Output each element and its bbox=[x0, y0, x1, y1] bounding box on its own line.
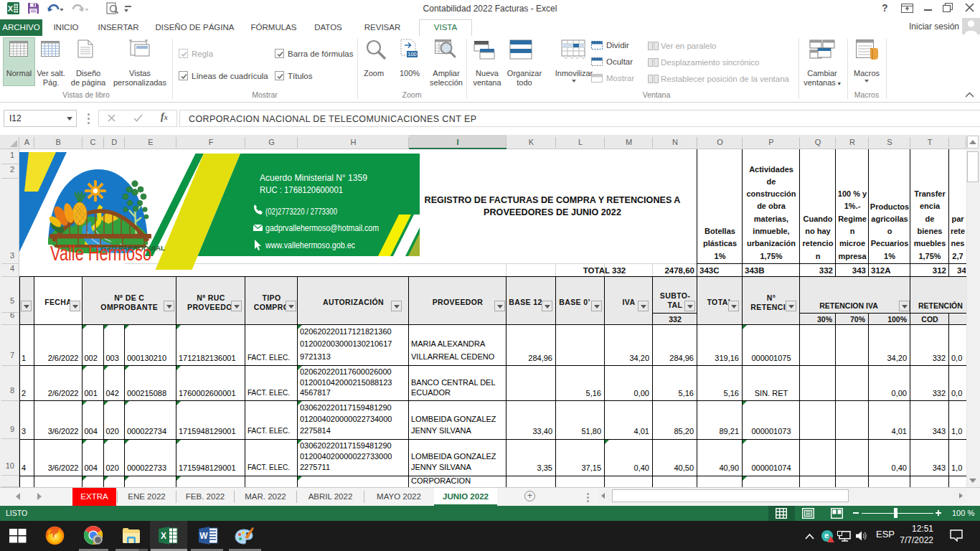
svg-text:(02)2773220 / 2773300: (02)2773220 / 2773300 bbox=[265, 207, 337, 217]
svg-text:Acuerdo Ministerial N° 1359: Acuerdo Ministerial N° 1359 bbox=[260, 172, 367, 183]
svg-text:Valle Hermoso: Valle Hermoso bbox=[50, 241, 151, 265]
svg-text:X: X bbox=[8, 4, 14, 13]
svg-text:www.vallehermoso.gob.ec: www.vallehermoso.gob.ec bbox=[265, 240, 355, 250]
svg-text:RUC : 1768120600001: RUC : 1768120600001 bbox=[260, 184, 343, 195]
svg-text:gadprvallehermoso@hotmail.com: gadprvallehermoso@hotmail.com bbox=[265, 223, 379, 233]
svg-text:X: X bbox=[161, 531, 166, 541]
svg-text:W: W bbox=[199, 531, 208, 541]
svg-text:100: 100 bbox=[407, 51, 417, 57]
